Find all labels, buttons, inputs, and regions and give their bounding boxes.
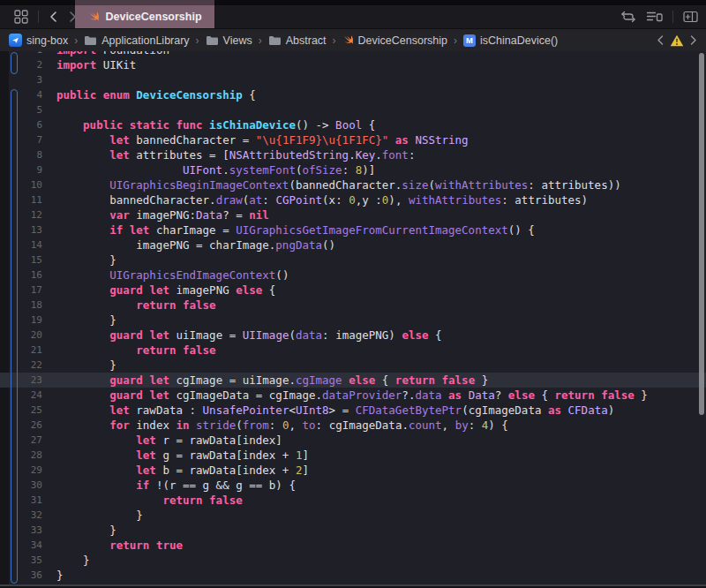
swift-icon (87, 11, 100, 23)
code-line[interactable]: 7let bannedCharacter = "\u{1F1F9}\u{1F1F… (0, 132, 706, 147)
code-line-text[interactable]: let bannedCharacter = "\u{1F1F9}\u{1F1FC… (56, 132, 469, 147)
code-line[interactable]: 20guard let uiImage = UIImage(data: imag… (0, 328, 706, 343)
related-items-grid-icon[interactable] (14, 10, 28, 24)
code-line-text[interactable]: guard let cgImage = uiImage.cgImage else… (56, 373, 488, 388)
code-line[interactable]: 31return false (0, 493, 706, 508)
code-line[interactable]: 10UIGraphicsBeginImageContext(bannedChar… (0, 177, 706, 192)
code-line[interactable]: 32} (0, 508, 706, 523)
add-editor-icon[interactable] (683, 11, 698, 23)
breadcrumb-item[interactable]: MisChinaDevice() (463, 34, 558, 47)
code-line[interactable]: 14imagePNG = charImage.pngData() (0, 237, 706, 253)
breadcrumb-item[interactable]: Views (206, 34, 252, 47)
code-line[interactable]: 12var imagePNG:Data? = nil (0, 207, 706, 222)
folder-icon (268, 35, 282, 46)
code-editor[interactable]: 1import Foundation2import UIKit34public … (0, 51, 706, 588)
code-line[interactable]: 9UIFont.systemFont(ofSize: 8)] (0, 162, 706, 177)
code-line-text[interactable]: for index in stride(from: 0, to: cgImage… (56, 418, 508, 433)
source-change-ribbon[interactable] (11, 89, 18, 584)
code-line[interactable]: 24guard let cgImageData = cgImage.dataPr… (0, 388, 706, 403)
code-line-text[interactable]: } (56, 358, 116, 373)
code-line-text[interactable]: UIFont.systemFont(ofSize: 8)] (56, 162, 375, 177)
code-line-text[interactable]: let attributes = [NSAttributedString.Key… (56, 147, 415, 162)
code-line-text[interactable]: let g = rawData[index + 1] (56, 448, 309, 463)
code-line[interactable]: 2import UIKit (0, 57, 706, 72)
code-line-text[interactable]: var imagePNG:Data? = nil (56, 207, 269, 222)
back-icon[interactable] (49, 11, 58, 23)
code-line[interactable]: 22} (0, 358, 706, 373)
breadcrumb-item-label: isChinaDevice() (480, 34, 558, 47)
code-line-text[interactable]: imagePNG = charImage.pngData() (56, 237, 335, 253)
code-line[interactable]: 29let b = rawData[index + 2] (0, 463, 706, 478)
code-line-text[interactable]: let b = rawData[index + 2] (56, 463, 309, 478)
code-line[interactable]: 30if !(r == g && g == b) { (0, 478, 706, 493)
code-line-text[interactable]: public static func isChinaDevice() -> Bo… (56, 117, 375, 132)
xcode-window: DeviceCensorship sing-box›ApplicationLib… (0, 0, 706, 588)
code-line[interactable]: 36} (0, 568, 706, 583)
code-line-text[interactable]: let r = rawData[index] (56, 433, 282, 448)
code-line[interactable]: 27let r = rawData[index] (0, 433, 706, 448)
code-line-text[interactable]: guard let uiImage = UIImage(data: imageP… (56, 328, 442, 343)
swift-icon (342, 34, 354, 46)
code-line-text[interactable]: } (56, 568, 64, 583)
code-line-text[interactable]: UIGraphicsEndImageContext() (56, 268, 289, 283)
code-line[interactable]: 6public static func isChinaDevice() -> B… (0, 117, 706, 132)
code-line[interactable]: 21return false (0, 343, 706, 358)
swap-editors-icon[interactable] (620, 11, 636, 23)
breadcrumb-items: sing-box›ApplicationLibrary›Views›Abstra… (9, 34, 558, 47)
code-line-text[interactable]: return false (56, 343, 216, 358)
code-line-text[interactable]: } (56, 313, 116, 328)
code-line[interactable]: 5 (0, 102, 706, 117)
code-line-text[interactable]: guard let imagePNG else { (56, 283, 275, 298)
code-line-text[interactable]: public enum DeviceCensorship { (56, 87, 256, 102)
code-line[interactable]: 13if let charImage = UIGraphicsGetImageF… (0, 222, 706, 237)
code-line[interactable]: 18return false (0, 298, 706, 313)
code-line[interactable]: 16UIGraphicsEndImageContext() (0, 268, 706, 283)
code-line-text[interactable]: return false (56, 493, 243, 508)
chevron-left-icon[interactable] (657, 35, 664, 45)
source-change-ribbon[interactable] (11, 52, 18, 74)
code-line[interactable]: 3 (0, 72, 706, 87)
code-line-text[interactable]: return false (56, 298, 216, 313)
breadcrumb-item[interactable]: Abstract (268, 34, 327, 47)
code-line[interactable]: 34return true (0, 538, 706, 553)
code-line-text[interactable]: bannedCharacter.draw(at: CGPoint(x: 0,y … (56, 192, 588, 207)
code-line-text[interactable]: } (56, 253, 116, 268)
code-line[interactable]: 1import Foundation (0, 51, 706, 57)
code-line[interactable]: 26for index in stride(from: 0, to: cgIma… (0, 418, 706, 433)
code-line[interactable]: 17guard let imagePNG else { (0, 283, 706, 298)
code-line-text[interactable]: guard let cgImageData = cgImage.dataProv… (56, 388, 648, 403)
code-line-text[interactable]: } (56, 553, 90, 568)
breadcrumb-item-label: ApplicationLibrary (101, 34, 189, 47)
code-line-text[interactable]: } (56, 508, 143, 523)
line-number[interactable]: 3 (9, 72, 56, 87)
code-line-text[interactable]: import UIKit (56, 57, 136, 72)
breadcrumb-item[interactable]: sing-box (9, 34, 68, 47)
editor-options-icon[interactable] (646, 11, 663, 23)
breadcrumb-item-label: DeviceCensorship (358, 34, 447, 47)
code-line[interactable]: 25let rawData : UnsafePointer<UInt8> = C… (0, 403, 706, 418)
code-line-text[interactable]: return true (56, 538, 183, 553)
code-line-text[interactable]: if let charImage = UIGraphicsGetImageFro… (56, 222, 535, 237)
breadcrumb: sing-box›ApplicationLibrary›Views›Abstra… (0, 29, 706, 52)
chevron-right-icon[interactable] (690, 35, 697, 45)
code-line-text[interactable]: } (56, 523, 116, 538)
code-line[interactable]: 23guard let cgImage = uiImage.cgImage el… (0, 373, 706, 388)
tab-devicecensorship[interactable]: DeviceCensorship (75, 5, 214, 28)
code-line[interactable]: 33} (0, 523, 706, 538)
breadcrumb-separator-icon: › (195, 34, 200, 47)
vertical-scrollbar[interactable] (699, 53, 704, 415)
warning-icon[interactable] (670, 34, 684, 47)
code-line[interactable]: 28let g = rawData[index + 1] (0, 448, 706, 463)
code-line-text[interactable]: if !(r == g && g == b) { (56, 478, 296, 493)
code-line[interactable]: 35} (0, 553, 706, 568)
breadcrumb-item[interactable]: ApplicationLibrary (84, 34, 189, 47)
code-line[interactable]: 11bannedCharacter.draw(at: CGPoint(x: 0,… (0, 192, 706, 207)
code-line[interactable]: 4public enum DeviceCensorship { (0, 87, 706, 102)
code-line[interactable]: 19} (0, 313, 706, 328)
code-line[interactable]: 8let attributes = [NSAttributedString.Ke… (0, 147, 706, 162)
code-line-text[interactable]: let rawData : UnsafePointer<UInt8> = CFD… (56, 403, 614, 418)
breadcrumb-item[interactable]: DeviceCensorship (342, 34, 447, 47)
code-line-text[interactable]: UIGraphicsBeginImageContext(bannedCharac… (56, 177, 621, 192)
code-line[interactable]: 15} (0, 253, 706, 268)
code-line-text[interactable]: import Foundation (56, 51, 169, 57)
